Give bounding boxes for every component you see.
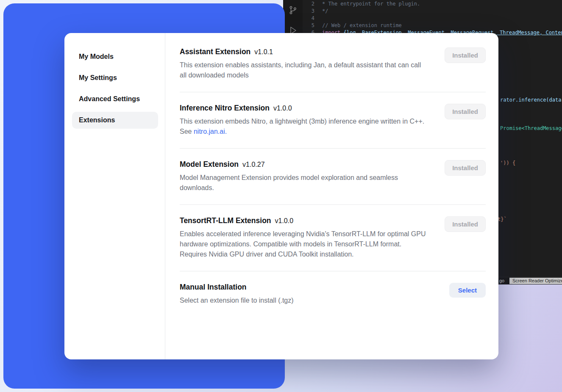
sidebar-item-my-models[interactable]: My Models [72, 48, 158, 65]
extension-name: Inference Nitro Extension [180, 104, 270, 113]
desktop-background: 2 * The entrypoint for the plugin. 3 */ … [0, 0, 562, 392]
sidebar-item-advanced-settings[interactable]: Advanced Settings [72, 91, 158, 108]
row-divider [180, 204, 486, 205]
code-fragment: t}` [498, 216, 507, 222]
extension-info: Inference Nitro Extension v1.0.0 This ex… [180, 104, 428, 137]
code-line: 3 */ [303, 8, 562, 15]
sidebar-item-my-settings[interactable]: My Settings [72, 69, 158, 86]
select-file-button[interactable]: Select [449, 283, 486, 298]
code-fragment: ')) { [500, 160, 515, 166]
extension-info: Model Extension v1.0.27 Model Management… [180, 160, 428, 193]
row-divider [180, 271, 486, 271]
installed-button[interactable]: Installed [445, 104, 486, 119]
code-fragment: Promise<ThreadMessage> [500, 125, 562, 131]
nitro-link[interactable]: nitro.jan.ai. [194, 128, 227, 135]
extension-name: Model Extension [180, 160, 239, 169]
extension-name: TensortRT-LLM Extension [180, 216, 271, 225]
extension-version: v1.0.1 [254, 48, 273, 56]
extension-description: Model Management Extension provides mode… [180, 173, 428, 193]
installed-button[interactable]: Installed [445, 216, 486, 232]
sidebar-item-extensions[interactable]: Extensions [72, 112, 158, 129]
code-line: 2 * The entrypoint for the plugin. [303, 0, 562, 8]
extension-row-model: Model Extension v1.0.27 Model Management… [180, 160, 486, 193]
extension-row-nitro: Inference Nitro Extension v1.0.0 This ex… [180, 104, 486, 137]
extension-title: Assistant Extension v1.0.1 [180, 47, 428, 56]
row-divider [180, 92, 486, 92]
line-number: 5 [303, 22, 314, 29]
screen-reader-badge: Screen Reader Optimized [509, 278, 562, 284]
extension-info: Manual Installation Select an extension … [180, 283, 294, 306]
extension-title: Model Extension v1.0.27 [180, 160, 428, 169]
source-control-icon[interactable] [288, 5, 298, 15]
extension-info: Assistant Extension v1.0.1 This extensio… [180, 47, 428, 80]
code-line: 4 [303, 15, 562, 22]
manual-installation-description: Select an extension file to install (.tg… [180, 295, 294, 306]
code-text: */ [322, 8, 328, 15]
row-divider [180, 148, 486, 149]
settings-modal: My Models My Settings Advanced Settings … [64, 33, 498, 359]
extension-description: This extension enables assistants, inclu… [180, 60, 428, 80]
extension-description: This extension embeds Nitro, a lightweig… [180, 116, 428, 137]
installed-button[interactable]: Installed [445, 160, 486, 176]
extension-name: Assistant Extension [180, 47, 250, 56]
extension-version: v1.0.0 [273, 105, 292, 112]
manual-installation-title: Manual Installation [180, 283, 294, 292]
line-number: 2 [303, 0, 314, 8]
settings-sidebar: My Models My Settings Advanced Settings … [64, 33, 165, 359]
code-lines: 2 * The entrypoint for the plugin. 3 */ … [303, 0, 562, 36]
code-text: * The entrypoint for the plugin. [322, 0, 420, 8]
section-title-text: Manual Installation [180, 283, 247, 292]
code-text: // Web / extension runtime [322, 22, 402, 29]
extension-description: Enables accelerated inference leveraging… [180, 229, 428, 259]
extension-row-tensorrt: TensortRT-LLM Extension v1.0.0 Enables a… [180, 216, 486, 259]
manual-installation-row: Manual Installation Select an extension … [180, 283, 486, 306]
code-line: 5 // Web / extension runtime [303, 22, 562, 29]
line-number: 4 [303, 15, 314, 22]
code-fragment: rator.inference(data)); [500, 97, 562, 103]
extension-version: v1.0.0 [275, 217, 294, 225]
extensions-panel: Assistant Extension v1.0.1 This extensio… [165, 33, 498, 359]
installed-button[interactable]: Installed [445, 47, 486, 63]
extension-row-assistant: Assistant Extension v1.0.1 This extensio… [180, 47, 486, 80]
line-number: 3 [303, 8, 314, 15]
extension-title: Inference Nitro Extension v1.0.0 [180, 104, 428, 113]
status-language-label: go [499, 278, 504, 283]
extension-title: TensortRT-LLM Extension v1.0.0 [180, 216, 428, 225]
extension-version: v1.0.27 [242, 161, 264, 168]
extension-info: TensortRT-LLM Extension v1.0.0 Enables a… [180, 216, 428, 259]
